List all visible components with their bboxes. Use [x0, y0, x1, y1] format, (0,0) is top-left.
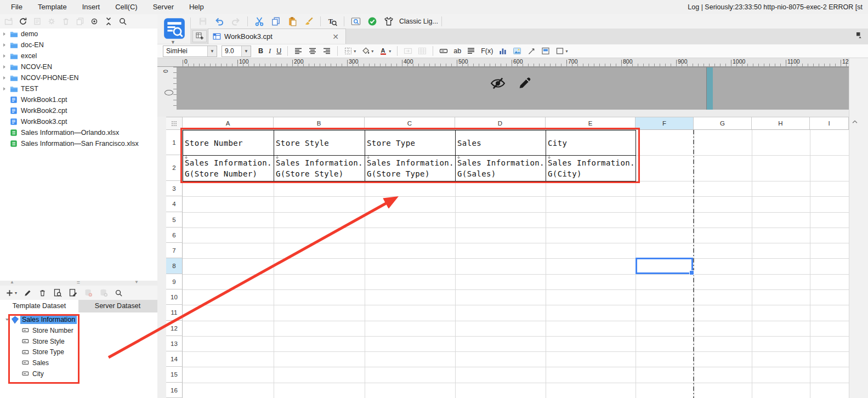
- cell-A2[interactable]: Sales Information.G(Store Number): [183, 155, 274, 181]
- copy-icon[interactable]: [76, 17, 84, 26]
- dataset-field-store-number[interactable]: Store Number: [0, 325, 157, 336]
- refresh-icon[interactable]: [19, 17, 27, 26]
- row-header-1[interactable]: 1: [166, 130, 183, 155]
- column-header-C[interactable]: C: [365, 117, 455, 130]
- hide-eye-icon[interactable]: [490, 75, 506, 92]
- tree-item-test[interactable]: TEST: [0, 83, 157, 94]
- format-painter-icon[interactable]: [304, 16, 314, 26]
- cell-C1[interactable]: Store Type: [365, 130, 455, 155]
- cell-E1[interactable]: City: [546, 130, 636, 155]
- fill-handle[interactable]: [689, 270, 694, 275]
- formula-button[interactable]: F(x): [481, 47, 493, 55]
- menu-cell-c[interactable]: Cell(C): [107, 0, 145, 14]
- new-template-button[interactable]: [192, 30, 207, 42]
- tab-list-button[interactable]: [855, 31, 864, 39]
- cell-D2[interactable]: Sales Information.G(Sales): [455, 155, 546, 181]
- column-header-H[interactable]: H: [752, 117, 810, 130]
- row-header-11[interactable]: 11: [166, 305, 183, 321]
- chevron-down-icon[interactable]: ▾: [15, 291, 17, 295]
- merge-cells-icon[interactable]: [404, 47, 412, 55]
- rename-icon[interactable]: [33, 17, 42, 26]
- row-header-10[interactable]: 10: [166, 289, 183, 305]
- undo-icon[interactable]: [214, 16, 224, 26]
- menu-insert[interactable]: Insert: [75, 0, 108, 14]
- save-icon[interactable]: [198, 16, 208, 26]
- row-header-12[interactable]: 12: [166, 321, 183, 336]
- tree-item-excel[interactable]: excel: [0, 50, 157, 61]
- expander-icon[interactable]: [0, 42, 9, 48]
- rich-text-icon[interactable]: [467, 47, 475, 55]
- delete-dataset-icon[interactable]: [38, 289, 47, 297]
- fill-color-icon[interactable]: ▾: [361, 47, 373, 55]
- menu-server[interactable]: Server: [145, 0, 181, 14]
- chevron-down-icon[interactable]: ▾: [389, 49, 391, 54]
- tree-item-sales-information-orlando-xlsx[interactable]: Sales Information—Orlando.xlsx: [0, 127, 157, 138]
- chevron-down-icon[interactable]: ▾: [371, 49, 373, 54]
- row-header-3[interactable]: 3: [166, 181, 183, 196]
- paste-icon[interactable]: [287, 16, 297, 26]
- dataset-root-sales-information[interactable]: Sales Information: [0, 314, 157, 325]
- column-header-F[interactable]: F: [636, 117, 694, 130]
- expander-down-icon[interactable]: [4, 317, 10, 322]
- edit-dataset-icon[interactable]: [24, 289, 32, 297]
- tree-item-ncov-en[interactable]: NCOV-EN: [0, 61, 157, 72]
- tree-item-workbook2-cpt[interactable]: WorkBook2.cpt: [0, 105, 157, 116]
- chevron-down-icon[interactable]: ▾: [354, 49, 356, 54]
- row-header-16[interactable]: 16: [166, 383, 183, 398]
- dataset-field-city[interactable]: City: [0, 368, 157, 379]
- cell-E2[interactable]: Sales Information.G(City): [546, 155, 636, 181]
- template-browser-button[interactable]: [162, 16, 186, 42]
- tree-item-workbook3-cpt[interactable]: WorkBook3.cpt: [0, 116, 157, 127]
- column-header-I[interactable]: I: [810, 117, 849, 130]
- collapse-all-icon[interactable]: [104, 17, 113, 26]
- search-icon[interactable]: [118, 17, 127, 26]
- text-search-icon[interactable]: T: [327, 16, 337, 26]
- splitter-up-icon[interactable]: ▲: [10, 280, 14, 285]
- vertical-scrollbar[interactable]: [849, 58, 868, 398]
- column-header-B[interactable]: B: [274, 117, 365, 130]
- cell-B2[interactable]: Sales Information.G(Store Style): [274, 155, 365, 181]
- delete-icon[interactable]: [61, 17, 70, 26]
- insert-frame-icon[interactable]: [541, 47, 550, 55]
- cell-D1[interactable]: Sales: [455, 130, 546, 155]
- theme-icon[interactable]: [384, 16, 394, 26]
- tree-item-demo[interactable]: demo: [0, 29, 157, 39]
- cut-icon[interactable]: [254, 16, 264, 26]
- tree-item-doc-en[interactable]: doc-EN: [0, 39, 157, 50]
- expander-icon[interactable]: [0, 64, 9, 70]
- insert-image-icon[interactable]: [513, 47, 521, 55]
- edit-query-icon[interactable]: [69, 288, 77, 297]
- edit-pencil-icon[interactable]: [517, 75, 533, 91]
- row-header-2[interactable]: 2: [166, 155, 183, 181]
- splitter-grip-icon[interactable]: =: [77, 280, 80, 286]
- tab-workbook3[interactable]: WorkBook3.cpt ✕: [208, 29, 346, 44]
- row-header-6[interactable]: 6: [166, 228, 183, 243]
- menu-file[interactable]: File: [3, 0, 30, 14]
- chevron-down-icon[interactable]: ▾: [565, 49, 568, 54]
- column-header-D[interactable]: D: [455, 117, 546, 130]
- db-stop-icon[interactable]: [99, 288, 108, 297]
- row-header-13[interactable]: 13: [166, 336, 183, 351]
- db-run-icon[interactable]: [84, 288, 93, 297]
- add-dataset-icon[interactable]: ▾: [5, 289, 17, 297]
- splitter-down-icon[interactable]: ▼: [134, 280, 139, 285]
- menu-template[interactable]: Template: [30, 0, 75, 14]
- align-left-icon[interactable]: [294, 47, 303, 55]
- expander-icon[interactable]: [0, 31, 9, 37]
- dataset-field-store-style[interactable]: Store Style: [0, 336, 157, 347]
- scroll-up-icon[interactable]: [851, 118, 859, 126]
- preview-icon[interactable]: [351, 16, 361, 26]
- split-cells-icon[interactable]: [418, 47, 427, 55]
- column-header-E[interactable]: E: [546, 117, 636, 130]
- tab-template-dataset[interactable]: Template Dataset: [0, 300, 78, 312]
- font-color-icon[interactable]: A▾: [379, 47, 391, 55]
- copy-icon[interactable]: [271, 16, 281, 26]
- row-header-9[interactable]: 9: [166, 274, 183, 289]
- row-header-15[interactable]: 15: [166, 367, 183, 383]
- expander-icon[interactable]: [0, 86, 9, 92]
- row-header-4[interactable]: 4: [166, 196, 183, 212]
- cell-B1[interactable]: Store Style: [274, 130, 365, 155]
- row-header-14[interactable]: 14: [166, 351, 183, 367]
- tree-item-ncov-phone-en[interactable]: NCOV-PHONE-EN: [0, 72, 157, 83]
- template-settings-icon[interactable]: [47, 17, 56, 26]
